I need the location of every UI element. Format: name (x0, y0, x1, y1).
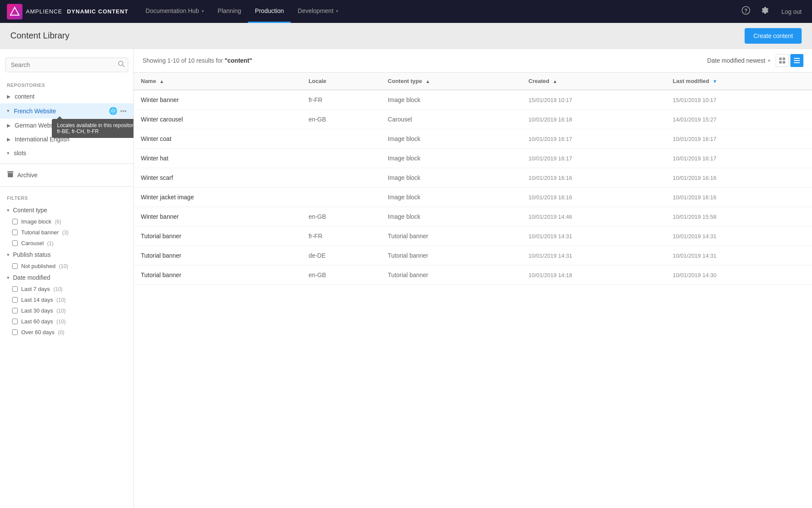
table-row[interactable]: Winter coat Image block 10/01/2019 16:17… (134, 129, 812, 149)
cell-content-type: Image block (381, 168, 522, 188)
search-container (0, 54, 133, 76)
filter-item-not-published[interactable]: Not published (10) (0, 261, 133, 272)
more-options-icon[interactable]: ••• (120, 108, 127, 115)
sort-asc-icon: ▲ (553, 79, 558, 84)
table-row[interactable]: Tutorial banner de-DE Tutorial banner 10… (134, 246, 812, 265)
cell-content-type: Image block (381, 90, 522, 110)
cell-created: 10/01/2019 14:18 (522, 265, 666, 285)
th-created[interactable]: Created ▲ (522, 73, 666, 90)
cell-locale: fr-FR (301, 90, 381, 110)
filter-checkbox-last-7-days[interactable] (12, 286, 18, 292)
cell-content-type: Image block (381, 149, 522, 168)
sidebar-item-french-website[interactable]: ▾ French Website 🌐 ••• Locales available… (0, 103, 133, 118)
table-row[interactable]: Tutorial banner en-GB Tutorial banner 10… (134, 265, 812, 285)
filter-group-content-type[interactable]: ▾ Content type (0, 204, 133, 216)
settings-button[interactable] (759, 4, 771, 19)
logout-button[interactable]: Log out (778, 6, 805, 17)
th-content-type[interactable]: Content type ▲ (381, 73, 522, 90)
sort-asc-icon: ▲ (159, 79, 164, 84)
filter-checkbox-last-60-days[interactable] (12, 319, 18, 324)
table-row[interactable]: Winter scarf Image block 10/01/2019 16:1… (134, 168, 812, 188)
nav-item-planning[interactable]: Planning (211, 0, 248, 23)
amplience-logo (7, 4, 22, 19)
nav-item-production[interactable]: Production (248, 0, 291, 23)
table-row[interactable]: Winter banner fr-FR Image block 15/01/20… (134, 90, 812, 110)
filter-item-last-14-days[interactable]: Last 14 days (10) (0, 294, 133, 305)
help-button[interactable]: ? (740, 4, 752, 19)
cell-created: 10/01/2019 16:17 (522, 149, 666, 168)
filter-item-carousel[interactable]: Carousel (1) (0, 238, 133, 249)
sidebar-item-german-website[interactable]: ▶ German Website (0, 118, 133, 132)
cell-locale (301, 188, 381, 207)
filter-item-image-block[interactable]: Image block (6) (0, 216, 133, 227)
nav-item-documentation-hub[interactable]: Documentation Hub ▾ (139, 0, 211, 23)
th-locale[interactable]: Locale (301, 73, 381, 90)
sidebar-item-content[interactable]: ▶ content (0, 89, 133, 103)
list-view-button[interactable] (790, 54, 803, 67)
sort-dropdown[interactable]: Date modified newest ▾ (707, 57, 771, 64)
globe-icon[interactable]: 🌐 (109, 107, 117, 115)
cell-created: 10/01/2019 16:18 (522, 110, 666, 129)
filter-item-last-60-days[interactable]: Last 60 days (10) (0, 316, 133, 327)
top-navigation: AMPLIENCE DYNAMIC CONTENT Documentation … (0, 0, 812, 23)
filter-group-publish-status[interactable]: ▾ Publish status (0, 249, 133, 261)
cell-last-modified: 15/01/2019 10:17 (666, 90, 812, 110)
chevron-down-icon: ▾ (7, 275, 10, 281)
filter-checkbox-last-30-days[interactable] (12, 308, 18, 313)
sidebar-item-archive[interactable]: Archive (0, 167, 133, 183)
svg-rect-5 (7, 171, 13, 173)
filter-item-over-60-days[interactable]: Over 60 days (0) (0, 327, 133, 338)
grid-view-button[interactable] (776, 54, 789, 67)
th-last-modified[interactable]: Last modified ▼ (666, 73, 812, 90)
chevron-down-icon: ▾ (7, 208, 10, 213)
table-row[interactable]: Winter banner en-GB Image block 10/01/20… (134, 207, 812, 227)
filter-checkbox-not-published[interactable] (12, 263, 18, 269)
results-text: Showing 1-10 of 10 results for "content" (143, 57, 252, 64)
th-name[interactable]: Name ▲ (134, 73, 301, 90)
filter-checkbox-image-block[interactable] (12, 219, 18, 224)
search-input[interactable] (5, 58, 128, 72)
create-content-button[interactable]: Create content (745, 28, 802, 44)
table-row[interactable]: Winter carousel en-GB Carousel 10/01/201… (134, 110, 812, 129)
table-row[interactable]: Winter jacket image Image block 10/01/20… (134, 188, 812, 207)
nav-right-actions: ? Log out (740, 4, 805, 19)
filter-checkbox-over-60-days[interactable] (12, 329, 18, 335)
table-row[interactable]: Tutorial banner fr-FR Tutorial banner 10… (134, 227, 812, 246)
cell-last-modified: 10/01/2019 16:16 (666, 168, 812, 188)
cell-name: Tutorial banner (134, 246, 301, 265)
cell-created: 10/01/2019 14:46 (522, 207, 666, 227)
brand-logo-area: AMPLIENCE DYNAMIC CONTENT (7, 4, 128, 19)
toolbar-right: Date modified newest ▾ (707, 54, 803, 67)
cell-content-type: Tutorial banner (381, 265, 522, 285)
filter-group-date-modified[interactable]: ▾ Date modified (0, 272, 133, 284)
filter-checkbox-last-14-days[interactable] (12, 297, 18, 303)
chevron-right-icon: ▶ (7, 137, 10, 142)
sidebar-item-international-english[interactable]: ▶ International English (0, 132, 133, 146)
cell-locale: en-GB (301, 110, 381, 129)
nav-item-development[interactable]: Development ▾ (291, 0, 345, 23)
sidebar-item-slots[interactable]: ▾ slots (0, 146, 133, 160)
cell-last-modified: 10/01/2019 16:17 (666, 129, 812, 149)
filters-label: Filters (0, 194, 133, 204)
table-row[interactable]: Winter hat Image block 10/01/2019 16:17 … (134, 149, 812, 168)
cell-content-type: Tutorial banner (381, 246, 522, 265)
chevron-right-icon: ▶ (7, 123, 10, 128)
cell-name: Winter jacket image (134, 188, 301, 207)
filter-item-last-30-days[interactable]: Last 30 days (10) (0, 305, 133, 316)
filter-item-tutorial-banner[interactable]: Tutorial banner (3) (0, 227, 133, 238)
cell-content-type: Tutorial banner (381, 227, 522, 246)
filter-checkbox-carousel[interactable] (12, 240, 18, 246)
filter-item-last-7-days[interactable]: Last 7 days (10) (0, 284, 133, 294)
sidebar-divider-2 (0, 186, 133, 187)
cell-last-modified: 14/01/2019 15:27 (666, 110, 812, 129)
filter-checkbox-tutorial-banner[interactable] (12, 230, 18, 235)
page-title: Content Library (10, 31, 70, 41)
cell-content-type: Image block (381, 129, 522, 149)
search-icon[interactable] (118, 61, 125, 69)
cell-created: 10/01/2019 16:16 (522, 188, 666, 207)
table-header-row: Name ▲ Locale Content type ▲ Created ▲ L… (134, 73, 812, 90)
repo-actions: 🌐 ••• (109, 107, 127, 115)
nav-items: Documentation Hub ▾ Planning Production … (139, 0, 740, 23)
sidebar: Repositories ▶ content ▾ French Website … (0, 49, 134, 508)
svg-marker-0 (10, 7, 19, 15)
